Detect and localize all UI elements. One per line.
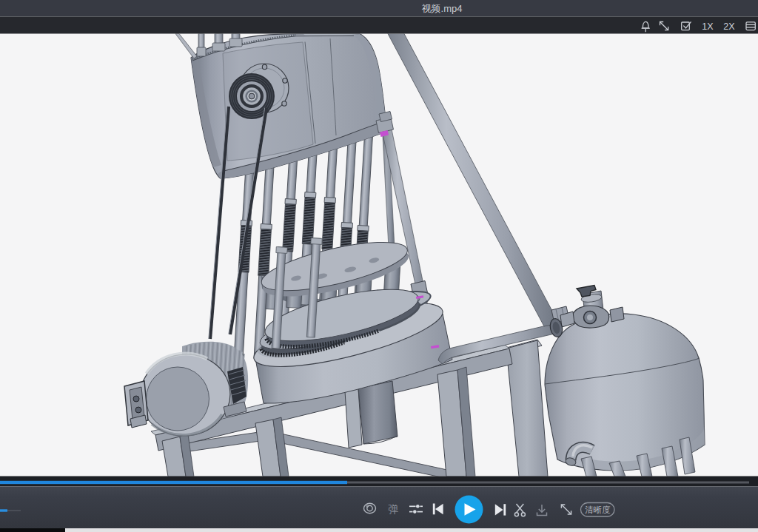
svg-text:视频.mp4: 视频.mp4	[422, 3, 463, 14]
svg-text:2X: 2X	[723, 21, 735, 32]
svg-text:清晰度: 清晰度	[585, 505, 611, 514]
svg-text:弹: 弹	[389, 503, 399, 515]
svg-text:1X: 1X	[702, 21, 714, 32]
